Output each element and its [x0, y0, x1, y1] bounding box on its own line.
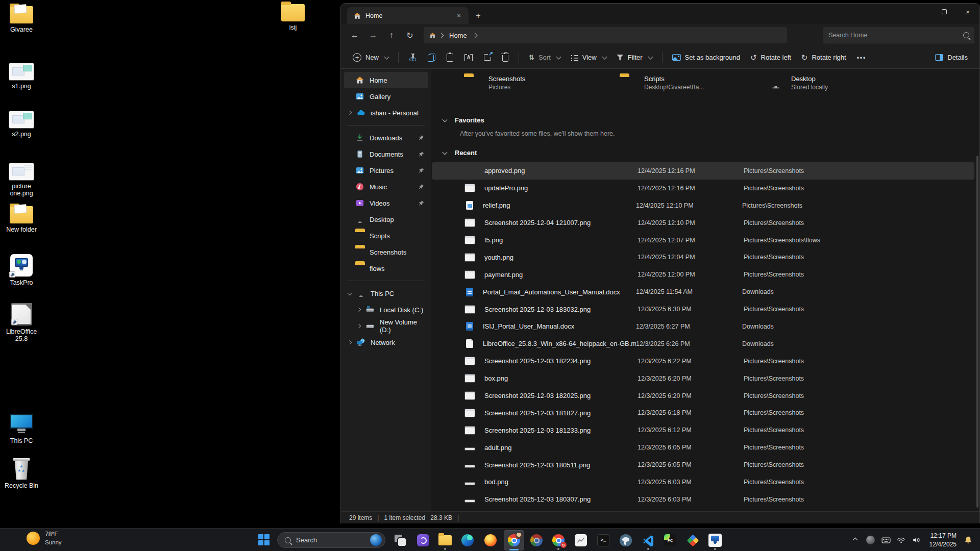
tab-home[interactable]: Home ×: [347, 7, 469, 24]
file-row[interactable]: f5.png 12/4/2025 12:07 PM Pictures\Scree…: [432, 232, 974, 249]
file-row[interactable]: Screenshot 2025-12-03 182025.png 12/3/20…: [432, 387, 974, 405]
file-row[interactable]: Screenshot 2025-12-03 183032.png 12/3/20…: [432, 300, 974, 318]
back-button[interactable]: ←: [346, 28, 363, 43]
sidebar-item-desktop[interactable]: Desktop: [344, 211, 428, 228]
minimize-button[interactable]: −: [909, 4, 933, 20]
file-row[interactable]: youth.png 12/4/2025 12:04 PM Pictures\Sc…: [432, 248, 974, 266]
file-row[interactable]: LibreOffice_25.8.3_Win_x86-64_helppack_e…: [432, 335, 974, 353]
file-row[interactable]: Screenshot 2025-12-03 180307.png 12/3/20…: [432, 491, 974, 508]
sidebar-item-music[interactable]: Music: [344, 179, 428, 195]
taskbar-chrome-2[interactable]: [526, 530, 547, 550]
taskbar-vscode[interactable]: [638, 530, 658, 550]
taskbar-chrome-s[interactable]: S: [548, 530, 569, 550]
tile-desktop[interactable]: DesktopStored locally: [763, 69, 911, 96]
taskbar-pycharm[interactable]: PC: [660, 530, 680, 550]
taskbar-task-view-button[interactable]: [390, 530, 410, 550]
desktop-icon-recycle-bin[interactable]: Recycle Bin: [0, 458, 43, 489]
file-row[interactable]: updatePro.png 12/4/2025 12:16 PM Picture…: [432, 180, 974, 197]
desktop-icon-new-folder[interactable]: New folder: [0, 206, 43, 233]
file-row[interactable]: adult.png 12/3/2025 6:05 PM Pictures\Scr…: [432, 439, 974, 456]
sidebar-item-downloads[interactable]: Downloads: [344, 130, 428, 146]
volume-button[interactable]: [909, 532, 924, 549]
weather-widget[interactable]: 78°F Sunny: [27, 531, 62, 546]
notification-button[interactable]: [960, 532, 977, 549]
paste-button[interactable]: [442, 49, 458, 66]
desktop-icon-libreoffice[interactable]: ↗ LibreOffice 25.8: [0, 303, 43, 343]
delete-button[interactable]: [497, 49, 513, 66]
file-row[interactable]: approved.png 12/4/2025 12:16 PM Pictures…: [432, 162, 974, 180]
file-row[interactable]: box.png 12/3/2025 6:20 PM Pictures\Scree…: [432, 370, 974, 387]
desktop-icon-taskpro[interactable]: ↗ TaskPro: [0, 254, 43, 286]
close-button[interactable]: ×: [956, 4, 979, 20]
taskbar-taskpro[interactable]: [705, 530, 725, 550]
new-button[interactable]: + New: [348, 49, 393, 66]
share-button[interactable]: [479, 49, 496, 66]
tile-scripts[interactable]: ScriptsDesktop\Givaree\Ba...: [615, 69, 763, 96]
taskbar-terminal[interactable]: >_: [593, 530, 614, 550]
refresh-button[interactable]: ↻: [401, 28, 419, 43]
taskbar-diamond-app[interactable]: [682, 530, 703, 550]
touch-keyboard-button[interactable]: [878, 532, 894, 549]
sidebar-item-screenshots[interactable]: Screenshots: [344, 244, 428, 260]
file-row[interactable]: Screenshot 2025-12-03 181233.png 12/3/20…: [432, 421, 974, 439]
taskbar-file-explorer[interactable]: [435, 530, 455, 550]
filter-button[interactable]: Filter: [612, 49, 657, 66]
file-row[interactable]: relief.png 12/4/2025 12:10 PM Pictures\S…: [432, 197, 974, 214]
desktop-icon-isij[interactable]: isij: [272, 4, 314, 31]
desktop-icon-picture-one[interactable]: picture one.png: [0, 163, 43, 197]
sort-button[interactable]: ⇅ Sort: [524, 49, 565, 66]
tray-app-circle[interactable]: [863, 532, 878, 549]
sidebar-item-pictures[interactable]: Pictures: [344, 162, 428, 179]
taskbar-edge[interactable]: [457, 530, 478, 550]
breadcrumb-home[interactable]: Home: [446, 31, 470, 40]
rotate-left-button[interactable]: ↺ Rotate left: [746, 49, 796, 66]
desktop-icon-s1[interactable]: s1.png: [0, 63, 43, 90]
sidebar-item-new-volume-d[interactable]: New Volume (D:): [344, 318, 428, 334]
taskbar-postgresql[interactable]: [616, 530, 636, 550]
breadcrumb[interactable]: Home: [424, 27, 787, 43]
taskbar-clock[interactable]: 12:17 PM 12/4/2025: [929, 532, 957, 548]
sidebar-item-videos[interactable]: Videos: [344, 195, 428, 211]
sidebar-item-local-disk-c[interactable]: Local Disk (C:): [344, 302, 428, 318]
taskbar-chrome-profile[interactable]: [504, 530, 524, 550]
search-input[interactable]: [828, 32, 963, 39]
taskbar-search[interactable]: Search: [277, 532, 385, 548]
more-options-button[interactable]: •••: [852, 49, 872, 66]
sidebar-item-scripts[interactable]: Scripts: [344, 228, 428, 244]
view-button[interactable]: View: [566, 49, 611, 66]
start-button[interactable]: [258, 534, 271, 546]
search-box[interactable]: [823, 27, 974, 43]
details-pane-button[interactable]: Details: [930, 49, 972, 66]
file-row[interactable]: Screenshot 2025-12-03 182234.png 12/3/20…: [432, 353, 974, 370]
file-row[interactable]: Screenshot 2025-12-04 121007.png 12/4/20…: [432, 214, 974, 232]
cut-button[interactable]: [404, 49, 422, 66]
rotate-right-button[interactable]: ↻ Rotate right: [797, 49, 851, 66]
recent-section-header[interactable]: Recent: [441, 149, 477, 157]
copy-button[interactable]: [423, 49, 440, 66]
file-row[interactable]: payment.png 12/4/2025 12:00 PM Pictures\…: [432, 266, 974, 283]
sidebar-item-home[interactable]: Home: [344, 72, 428, 88]
set-as-background-button[interactable]: Set as background: [668, 49, 745, 66]
new-tab-button[interactable]: +: [472, 9, 485, 22]
up-button[interactable]: ↑: [383, 28, 400, 43]
file-row[interactable]: Screenshot 2025-12-03 181827.png 12/3/20…: [432, 404, 974, 421]
desktop-icon-this-pc[interactable]: This PC: [0, 414, 43, 444]
forward-button[interactable]: →: [364, 28, 382, 43]
file-row[interactable]: bod.png 12/3/2025 6:03 PM Pictures\Scree…: [432, 473, 974, 491]
tray-overflow-button[interactable]: [848, 532, 863, 549]
desktop-icon-s2[interactable]: s2.png: [0, 111, 43, 138]
sidebar-item-documents[interactable]: Documents: [344, 146, 428, 162]
taskbar-firefox[interactable]: [480, 530, 501, 550]
taskbar-app-purple[interactable]: [413, 530, 433, 550]
sidebar-item-gallery[interactable]: Gallery: [344, 88, 428, 105]
network-status-button[interactable]: [894, 532, 909, 549]
tile-screenshots[interactable]: ScreenshotsPictures: [459, 69, 607, 96]
sidebar-item-flows[interactable]: flows: [344, 260, 428, 277]
tab-close-icon[interactable]: ×: [453, 10, 464, 21]
desktop-icon-givaree[interactable]: Givaree: [0, 6, 43, 33]
sidebar-item-network[interactable]: Network: [344, 334, 428, 350]
rename-button[interactable]: A: [459, 49, 478, 66]
file-row[interactable]: Screenshot 2025-12-03 180511.png 12/3/20…: [432, 456, 974, 473]
sidebar-item-onedrive[interactable]: ishan - Personal: [344, 105, 428, 121]
scrollbar[interactable]: [976, 156, 978, 508]
